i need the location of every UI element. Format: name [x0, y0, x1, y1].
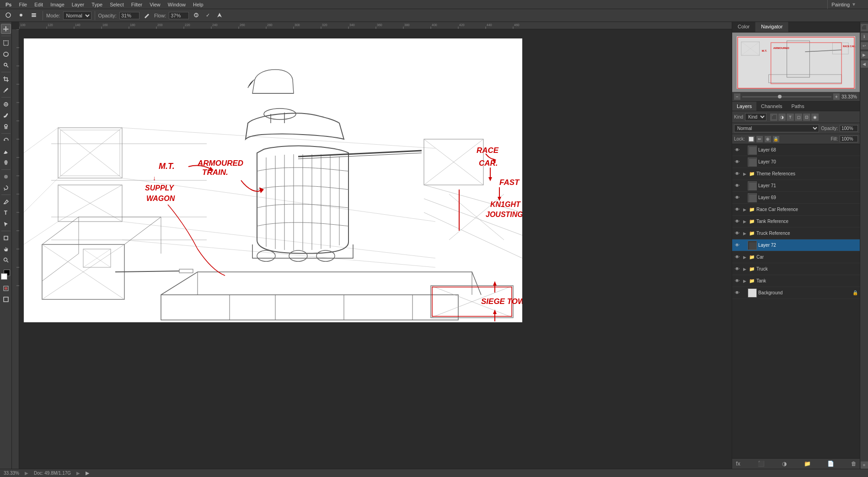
background-color[interactable] [1, 273, 7, 280]
navigator-tab[interactable]: Navigator [755, 22, 788, 32]
filter-adj-btn[interactable]: ◑ [778, 114, 786, 121]
clone-stamp-tool[interactable] [1, 121, 11, 131]
history-icon[interactable]: ↩ [861, 42, 868, 49]
airbrush-btn[interactable] [141, 11, 152, 21]
layer-visibility-layer68[interactable]: 👁 [734, 147, 740, 153]
menu-help[interactable]: Help [189, 0, 207, 9]
blend-mode-select[interactable]: Normal [734, 125, 819, 132]
lock-transparent-btn[interactable]: ⬜ [748, 136, 755, 142]
lasso-tool[interactable] [1, 49, 11, 59]
layer-visibility-car[interactable]: 👁 [734, 254, 740, 260]
zoom-slider[interactable] [742, 96, 831, 98]
menu-image[interactable]: Image [47, 0, 68, 9]
layer-item-layer70[interactable]: 👁 Layer 70 [732, 156, 860, 168]
layer-item-layer69[interactable]: 👁 Layer 69 [732, 192, 860, 204]
layer-visibility-layer72[interactable]: 👁 [734, 242, 740, 249]
brush-options-btn[interactable] [28, 11, 39, 21]
layer-visibility-theme-refs[interactable]: 👁 [734, 171, 740, 177]
layer-visibility-layer70[interactable]: 👁 [734, 159, 740, 165]
rectangular-marquee-tool[interactable] [1, 38, 11, 48]
layer-delete-btn[interactable]: 🗑 [850, 460, 858, 467]
layers-tab-channels[interactable]: Channels [756, 102, 787, 111]
layer-link-layer69[interactable] [742, 195, 746, 201]
dodge-tool[interactable] [1, 183, 11, 193]
color-panel-icon[interactable]: ⬛ [861, 24, 868, 31]
layer-item-tank-ref[interactable]: 👁 ▶ 📁 Tank Reference [732, 216, 860, 228]
layer-visibility-layer69[interactable]: 👁 [734, 195, 740, 201]
menu-type[interactable]: Type [88, 0, 106, 9]
layer-visibility-tank[interactable]: 👁 [734, 278, 740, 284]
flow-input[interactable] [169, 12, 189, 19]
crop-tool[interactable] [1, 74, 11, 84]
layer-item-race-car-ref[interactable]: 👁 ▶ 📁 Race Car Reference [732, 204, 860, 216]
painting-mode[interactable]: Painting ▼ [827, 0, 860, 9]
menu-view[interactable]: View [146, 0, 164, 9]
layer-link-layer68[interactable] [742, 147, 746, 153]
menu-window[interactable]: Window [164, 0, 189, 9]
layer-visibility-tank-ref[interactable]: 👁 [734, 218, 740, 225]
color-tab[interactable]: Color [732, 22, 755, 32]
layer-expand-tank-ref[interactable]: ▶ [742, 219, 747, 224]
layers-list[interactable]: 👁 Layer 68 👁 Layer 70 👁 ▶ 📁 [732, 144, 860, 458]
layer-visibility-truck-ref[interactable]: 👁 [734, 230, 740, 237]
brush-tool-left[interactable] [1, 110, 11, 120]
menu-select[interactable]: Select [106, 0, 128, 9]
menu-filter[interactable]: Filter [128, 0, 146, 9]
eraser-tool[interactable] [1, 146, 11, 157]
shape-tool[interactable] [1, 233, 11, 243]
hand-tool[interactable] [1, 244, 11, 254]
blur-tool[interactable] [1, 172, 11, 182]
eyedropper-tool[interactable] [1, 85, 11, 95]
document-canvas[interactable]: M.T. ↓ SUPPLY WAGON ARMOURED TRAIN. RACE… [24, 38, 522, 322]
zoom-slider-thumb[interactable] [778, 95, 782, 98]
layer-visibility-truck[interactable]: 👁 [734, 266, 740, 272]
layer-mask-btn[interactable]: ⬛ [757, 460, 766, 467]
menu-layer[interactable]: Layer [68, 0, 88, 9]
layer-item-tank[interactable]: 👁 ▶ 📁 Tank [732, 275, 860, 287]
lock-position-btn[interactable]: ⊕ [765, 136, 771, 142]
filter-type-btn[interactable]: T [787, 114, 794, 121]
zoom-in-btn[interactable]: + [833, 93, 840, 100]
lock-all-btn[interactable]: 🔒 [773, 136, 779, 142]
canvas-area[interactable]: // ruler ticks rendered via CSS 100 120 … [12, 22, 732, 469]
status-play-btn[interactable]: ▶ [86, 470, 89, 476]
screen-mode-btn[interactable] [1, 294, 11, 304]
filter-smart-btn[interactable]: ⊡ [803, 114, 810, 121]
navigator-preview[interactable]: M.T. ARMOURED RACE CAR. [732, 33, 860, 92]
layer-expand-truck-ref[interactable]: ▶ [742, 231, 747, 236]
layer-expand-race-car-ref[interactable]: ▶ [742, 207, 747, 212]
fill-tool[interactable] [1, 157, 11, 168]
layer-item-layer68[interactable]: 👁 Layer 68 [732, 144, 860, 156]
layer-item-background[interactable]: 👁 Background 🔒 [732, 287, 860, 299]
layer-link-layer71[interactable] [742, 183, 746, 189]
pen-tool[interactable] [1, 197, 11, 207]
lock-image-btn[interactable]: ✏ [756, 136, 763, 142]
layer-item-layer72[interactable]: 👁 Layer 72 [732, 239, 860, 251]
fill-input[interactable] [840, 136, 858, 142]
healing-tool[interactable] [1, 99, 11, 109]
layers-tab-layers[interactable]: Layers [732, 102, 756, 111]
layer-link-background[interactable] [742, 290, 746, 296]
layer-item-layer71[interactable]: 👁 Layer 71 [732, 180, 860, 192]
layer-link-layer72[interactable] [742, 242, 746, 249]
layers-tab-paths[interactable]: Paths [787, 102, 809, 111]
history-brush-tool[interactable] [1, 136, 11, 146]
smoothing-btn[interactable]: ✓ [204, 11, 212, 20]
filter-shape-btn[interactable]: ◻ [795, 114, 802, 121]
filter-pixel-btn[interactable]: ⬛ [770, 114, 777, 121]
layer-group-btn[interactable]: 📁 [804, 460, 812, 467]
layer-expand-tank[interactable]: ▶ [742, 278, 747, 284]
type-tool[interactable]: T [1, 208, 11, 218]
move-tool[interactable] [1, 24, 11, 34]
zoom-tool[interactable] [1, 255, 11, 265]
quick-mask-btn[interactable] [1, 283, 11, 293]
brush-size-btn[interactable] [16, 11, 27, 21]
layer-visibility-layer71[interactable]: 👁 [734, 183, 740, 189]
zoom-out-btn[interactable]: − [734, 93, 740, 100]
opacity-input[interactable] [119, 12, 139, 19]
layer-item-car[interactable]: 👁 ▶ 📁 Car [732, 251, 860, 263]
menu-file[interactable]: File [15, 0, 31, 9]
quick-select-tool[interactable] [1, 60, 11, 70]
layer-item-truck[interactable]: 👁 ▶ 📁 Truck [732, 263, 860, 275]
opacity-input[interactable] [840, 125, 858, 132]
